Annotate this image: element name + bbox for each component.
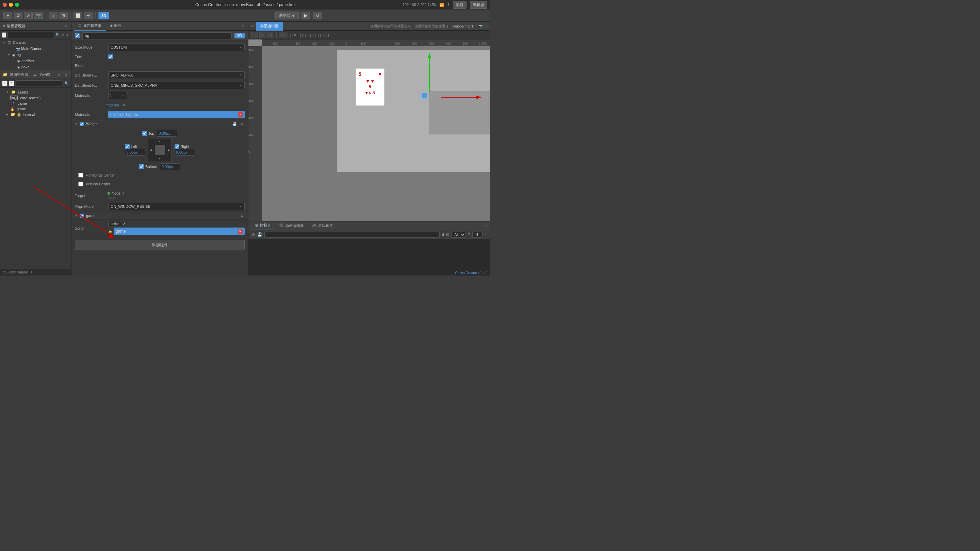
card-number: 5 [359,71,361,77]
play-mode-button[interactable]: ▷ [49,12,57,19]
asset-assets-folder[interactable]: ▼ 📁 assets [0,89,71,95]
add-node-button[interactable]: + [3,12,12,19]
asset-internal[interactable]: ▶ 📁 🔒 internal [0,111,71,118]
assets-search-input[interactable] [16,80,62,86]
console-save-icon[interactable]: 💾 [257,232,262,237]
inspector-tab[interactable]: ☑ 属性检查器 [74,22,106,30]
h-center-row: Horizontal Center [75,171,245,179]
tree-item-poke[interactable]: ◉ poke [0,64,71,70]
console-font-size-input[interactable] [472,232,482,238]
scene-camera-icon: 📷 [479,24,482,28]
scene-view[interactable]: -500 -300 -200 -100 0 100 500 600 700 80… [248,40,490,221]
hierarchy-search-icon[interactable]: 🔍 [56,32,60,38]
widget-gear-icon[interactable]: ⚙ [239,121,245,127]
widget-bottom-input[interactable] [160,163,180,170]
size-mode-select[interactable]: CUSTOM ▼ [108,43,245,51]
internal-label: internal [23,113,35,117]
trim-checkbox[interactable] [108,54,113,59]
hierarchy-refresh-icon[interactable]: ↺ [61,32,64,38]
layout-button[interactable]: ⊞ [59,12,68,19]
widget-top-checkbox[interactable] [142,131,147,136]
widget-top-input[interactable] [157,130,177,137]
minimize-button[interactable] [9,3,13,7]
assets-refresh-icon[interactable]: ↺ [57,72,62,77]
canvas-label: Canvas [13,40,25,44]
rect-button[interactable]: ⬜ [73,12,82,19]
hierarchy-search-input[interactable] [8,32,54,38]
scene-card-object[interactable]: 5 ♥ ♥ ♥ ♥ ♥ ♠ 5 [356,68,385,106]
h-center-checkbox[interactable] [78,173,83,178]
widget-right-input[interactable] [175,149,195,156]
v-center-checkbox[interactable] [78,182,83,186]
add-component-button[interactable]: 添加组件 [75,240,245,250]
node-active-checkbox[interactable] [75,33,80,38]
align-mode-value: ON_WINDOW_RESIZE ▼ [108,203,245,210]
tree-item-main-camera[interactable]: 📷 Main Camera [0,46,71,52]
widget-section-header[interactable]: ▼ Widget 💾 ⚙ [72,120,248,128]
hierarchy-add-button[interactable]: + [2,32,6,38]
widget-left-input[interactable] [125,149,145,156]
editor-button[interactable]: 编辑器 [470,1,487,9]
rendering-button[interactable]: Rendering ▼ [450,24,476,29]
inspector-3d-button[interactable]: 3D [234,33,245,38]
service-tab[interactable]: ◈ 服务 [106,22,126,30]
dst-blend-select[interactable]: ONE_MINUS_SRC_ALPHA ▼ [108,82,245,89]
console-level-select[interactable]: All [451,232,466,238]
src-blend-select[interactable]: SRC_ALPHA ▼ [108,71,245,79]
console-expand-icon[interactable]: ⤢ [484,224,487,228]
zoom-out-button[interactable]: - [251,32,258,38]
3d-button[interactable]: 3D [98,12,109,19]
script-container: script ↗ 🔒 game ✕ [108,221,245,235]
tree-item-canvas[interactable]: ▼ 🎬 Canvas [0,40,71,46]
fit-button[interactable]: ⤢ [24,12,33,19]
internal-arrow-icon: ▶ [6,113,8,116]
game-gear-icon[interactable]: ⚙ [239,213,245,218]
console-block-icon[interactable]: ⊘ [251,232,255,237]
animation-tab[interactable]: 🎬 动画编辑器 [275,221,308,230]
hierarchy-menu-icon[interactable]: ≡ [64,24,68,29]
zoom-in-button[interactable]: + [259,32,266,38]
asset-game-fire[interactable]: 🔥 game [0,106,71,111]
script-field-input[interactable]: game ✕ [114,227,245,235]
asset-game-js[interactable]: JS game [0,101,71,106]
zoom-fit-button[interactable]: ⊕ [267,32,274,38]
assets-sort-button[interactable]: ⇅ [9,81,14,86]
widget-right-checkbox[interactable] [175,144,179,149]
widget-left-checkbox[interactable] [125,144,130,149]
widget-save-icon[interactable]: 💾 [232,121,237,127]
assets-menu-icon[interactable]: ≡ [64,72,68,77]
widget-section-checkbox[interactable] [80,122,84,126]
close-button[interactable] [3,3,7,7]
script-field-clear-button[interactable]: ✕ [238,229,243,233]
refresh-button[interactable]: ↺ [14,12,22,19]
materials-count-input[interactable]: 1 ⬍ [108,92,127,99]
grid-button[interactable]: ⊞ [279,32,285,38]
screenshot-button[interactable]: 📷 [34,12,43,19]
inspector-menu-icon[interactable]: ≡ [240,24,245,29]
assets-add-button[interactable]: + [2,81,8,86]
tree-item-bg[interactable]: ▼ ◉ bg [0,52,71,58]
widget-bottom-checkbox[interactable] [139,164,144,169]
maximize-button[interactable] [15,3,19,7]
project-button[interactable]: 项目 [453,1,466,9]
game-section-checkbox[interactable] [80,214,84,218]
hierarchy-collapse-icon[interactable]: ▲ [66,32,69,38]
materials-field-input[interactable]: builtin-2d-sprite ✕ [108,111,245,118]
materials-field-clear-button[interactable]: ✕ [238,112,243,117]
game-section-header[interactable]: ▼ game ⚙ [72,211,248,220]
console-tab[interactable]: ⊟ 控制台 [251,221,275,230]
assets-search-icon[interactable]: 🔍 [64,81,69,86]
node-name-input[interactable] [82,32,232,39]
align-mode-select[interactable]: ON_WINDOW_RESIZE ▼ [108,203,245,210]
tree-item-endbox[interactable]: ◉ endBox [0,58,71,64]
game-preview-tab[interactable]: 🎮 游戏预览 [308,221,337,230]
console-filter-input[interactable] [264,232,440,238]
browser-button[interactable]: 浏览器 ▼ [275,11,299,19]
asset-cardhearts5[interactable]: img cardHearts5 [0,95,71,101]
play-button[interactable]: ▶ [301,12,310,19]
scene-editor-tab[interactable]: 场景编辑器 [256,22,283,30]
hierarchy-toolbar: + 🔍 ↺ ▲ [0,30,71,40]
refresh-game-button[interactable]: ↺ [313,12,322,19]
target-value: Node ↗ None [108,191,124,200]
move-button[interactable]: ✛ [84,12,92,19]
